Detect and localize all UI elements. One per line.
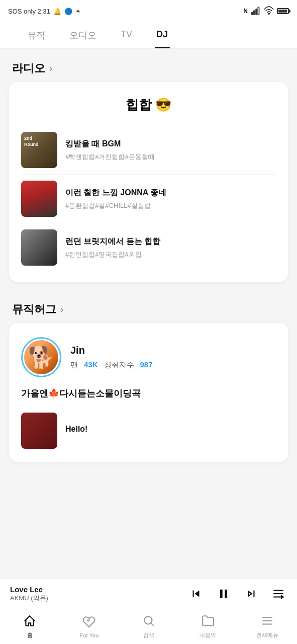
- bell-icon: 🔔: [53, 8, 61, 15]
- radio-title: 라디오: [12, 61, 45, 76]
- radio-section-header: 라디오 ›: [0, 49, 297, 82]
- svg-point-8: [144, 616, 152, 624]
- svg-rect-2: [256, 9, 257, 15]
- tab-music[interactable]: 뮤직: [15, 22, 57, 48]
- nav-foryou-label: For You: [79, 632, 98, 638]
- now-playing-bar: Love Lee AKMU (악뮤): [0, 578, 297, 609]
- wifi-icon: [264, 6, 274, 17]
- svg-rect-1: [254, 11, 255, 15]
- muzichug-title: 뮤직허그: [12, 302, 56, 317]
- star-icon: ✴: [75, 8, 81, 15]
- status-left: SOS only 2:31 🔔 🔵 ✴: [8, 8, 81, 15]
- playlist-info-2: 이런 칠한 느낌 JONNA 좋네 #몽환힙합#칠#CHILL#칠힙합: [65, 188, 276, 210]
- queue-button[interactable]: [270, 585, 287, 602]
- dj-info: Jin 팬 43K 청취자수 987: [70, 345, 153, 370]
- muzichug-arrow[interactable]: ›: [60, 304, 63, 315]
- status-right: N: [243, 6, 289, 17]
- fans-count: 43K: [84, 360, 98, 370]
- nav-home[interactable]: 홈: [0, 609, 59, 644]
- playlist-item[interactable]: 킹받을 때 BGM #빡센힙합#거친힙합#운동할때: [21, 126, 276, 175]
- tab-tv[interactable]: TV: [109, 22, 144, 48]
- playlist-info-3: 런던 브릿지에서 듣는 힙합 #런던힙합#영국힙합#외힙: [65, 236, 276, 259]
- dj-post-info: Hello!: [65, 425, 276, 437]
- menu-icon: [261, 614, 274, 629]
- playlist-name-1: 킹받을 때 BGM: [65, 139, 276, 149]
- heart-icon: [82, 615, 95, 630]
- playlist-item[interactable]: 이런 칠한 느낌 JONNA 좋네 #몽환힙합#칠#CHILL#칠힙합: [21, 175, 276, 223]
- pause-button[interactable]: [215, 585, 233, 603]
- dj-avatar-wrapper: [21, 337, 61, 377]
- radio-arrow[interactable]: ›: [49, 63, 52, 74]
- nav-menu[interactable]: 전체메뉴: [238, 609, 297, 644]
- radio-card: 힙합 😎 킹받을 때 BGM #빡센힙합#거친힙합#운동할때 이런 칠한 느낌 …: [9, 82, 288, 282]
- listeners-count: 987: [140, 360, 153, 370]
- dj-post-thumb: [21, 413, 57, 449]
- nav-mylibrary[interactable]: 내음악: [178, 609, 238, 644]
- playlist-tags-3: #런던힙합#영국힙합#외힙: [65, 250, 276, 259]
- nav-mylibrary-label: 내음악: [200, 631, 216, 639]
- nav-search-label: 검색: [143, 631, 154, 639]
- signal-icon: [251, 6, 261, 17]
- svg-point-4: [268, 13, 270, 15]
- playlist-thumb-2: [21, 181, 57, 217]
- listeners-label: 청취자수: [104, 360, 134, 370]
- nav-search[interactable]: 검색: [119, 609, 178, 644]
- nav-foryou[interactable]: For You: [59, 609, 119, 644]
- playlist-name-3: 런던 브릿지에서 듣는 힙합: [65, 236, 276, 247]
- nfc-icon: N: [243, 8, 248, 15]
- nav-home-label: 홈: [27, 631, 33, 639]
- svg-line-9: [151, 623, 154, 626]
- bottom-nav: 홈 For You 검색 내음악: [0, 609, 297, 644]
- tab-audio[interactable]: 오디오: [57, 22, 109, 48]
- fans-label: 팬: [70, 360, 78, 370]
- now-playing-artist: AKMU (악뮤): [10, 594, 179, 603]
- battery-icon: [277, 8, 289, 14]
- now-playing-info: Love Lee AKMU (악뮤): [10, 585, 179, 603]
- svg-rect-3: [258, 7, 259, 15]
- home-icon: [23, 614, 36, 629]
- folder-icon: [202, 614, 215, 629]
- dj-avatar: [24, 340, 58, 374]
- prev-button[interactable]: [187, 585, 205, 602]
- nav-menu-label: 전체메뉴: [256, 631, 278, 639]
- player-controls: [187, 585, 287, 603]
- playlist-tags-2: #몽환힙합#칠#CHILL#칠힙합: [65, 201, 276, 210]
- now-playing-title: Love Lee: [10, 585, 179, 594]
- top-nav: 뮤직 오디오 TV DJ: [0, 22, 297, 49]
- dj-stats: 팬 43K 청취자수 987: [70, 360, 153, 370]
- radio-card-title: 힙합 😎: [21, 96, 276, 114]
- next-button[interactable]: [243, 585, 260, 602]
- muzichug-section-header: 뮤직허그 ›: [0, 290, 297, 323]
- playlist-name-2: 이런 칠한 느낌 JONNA 좋네: [65, 188, 276, 198]
- playlist-item[interactable]: 런던 브릿지에서 듣는 힙합 #런던힙합#영국힙합#외힙: [21, 223, 276, 272]
- status-bar: SOS only 2:31 🔔 🔵 ✴ N: [0, 0, 297, 22]
- dj-post-title: 가을엔🍁다시듣는소물이딩곡: [21, 387, 276, 399]
- dj-name: Jin: [70, 345, 153, 356]
- dj-post-name: Hello!: [65, 425, 276, 434]
- dj-profile: Jin 팬 43K 청취자수 987: [21, 337, 276, 377]
- vpn-icon: 🔵: [64, 8, 72, 15]
- svg-rect-0: [252, 12, 253, 15]
- main-content: 라디오 › 힙합 😎 킹받을 때 BGM #빡센힙합#거친힙합#운동할때 이런 …: [0, 49, 297, 532]
- playlist-thumb-1: [21, 132, 57, 168]
- playlist-tags-1: #빡센힙합#거친힙합#운동할때: [65, 152, 276, 162]
- dj-post-item[interactable]: Hello!: [21, 407, 276, 452]
- status-text: SOS only 2:31: [8, 8, 50, 15]
- playlist-thumb-3: [21, 229, 57, 266]
- search-icon: [142, 614, 155, 629]
- tab-dj[interactable]: DJ: [144, 22, 180, 48]
- playlist-info-1: 킹받을 때 BGM #빡센힙합#거친힙합#운동할때: [65, 139, 276, 162]
- muzichug-card: Jin 팬 43K 청취자수 987 가을엔🍁다시듣는소물이딩곡 Hello!: [9, 323, 288, 462]
